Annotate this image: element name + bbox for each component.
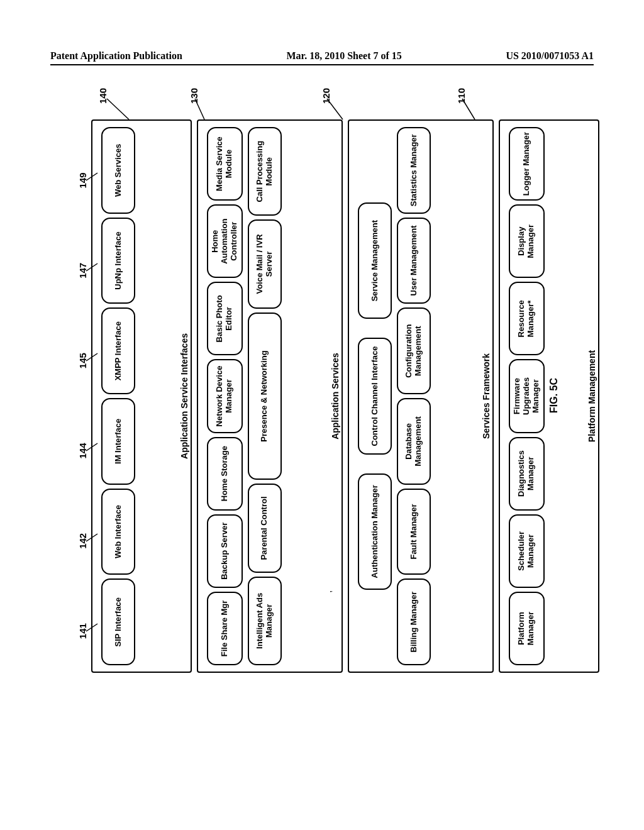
diagram-box: Display Manager [509,204,545,278]
diagram-box: SIP Interface [101,578,135,665]
svg-line-9 [86,174,97,181]
diagram-box: File Share Mgr [207,592,243,665]
layer-services-framework: Authentication ManagerControl Channel In… [348,119,494,673]
diagram-box: Firmware Upgrades Manager [509,359,545,433]
diagram-box: Logger Manager [509,127,545,201]
layer-app-services: File Share MgrBackup ServerHome StorageN… [197,119,343,673]
row: SIP InterfaceWeb InterfaceIM InterfaceXM… [101,127,135,665]
diagram-box: Fault Manager [397,489,431,575]
svg-line-6 [86,444,97,451]
leader-line [86,443,100,455]
diagram-box: Parental Control [248,484,282,572]
svg-line-1 [195,99,204,119]
layer-label: Services Framework [481,353,491,439]
diagram-box: Web Interface [101,489,135,575]
layer-label: Platform Management [587,350,597,442]
row: Platform ManagerScheduler ManagerDiagnos… [509,127,545,665]
header-rule [50,64,594,65]
diagram-box: Scheduler Manager [509,514,545,588]
diagram-box: Service Management [358,202,392,319]
diagram-box: Voice Mail / IVR Server [248,219,282,308]
diagram-box: Backup Server [207,514,243,588]
leader-line [86,172,100,185]
figure-caption: FIG. 5C [548,378,560,413]
figure-area: SIP InterfaceWeb InterfaceIM InterfaceXM… [47,163,601,629]
diagram-box: Statistics Manager [397,127,431,214]
diagram-box: Diagnostics Manager [509,437,545,511]
diagram-box: Basic Photo Editor [207,282,243,355]
diagram-box: Resource Manager* [509,282,545,355]
diagram-box: Network Device Manager [207,359,243,433]
diagram-box: Media Service Module [207,127,243,201]
row: File Share MgrBackup ServerHome StorageN… [207,127,243,665]
diagram-box: Authentication Manager [358,473,392,590]
diagram-box: User Management [397,218,431,304]
leader-line [86,533,100,545]
svg-line-2 [327,99,343,119]
diagram-box: Billing Manager [397,578,431,665]
layer-label: Application Services [330,353,340,440]
diagram-box: IM Interface [101,398,135,485]
leader-line [86,262,100,275]
header-left: Patent Application Publication [50,50,182,62]
leader-lines [91,85,557,123]
diagram-box: XMPP Interface [101,307,135,394]
diagram-box: Presence & Networking [248,313,282,480]
svg-line-3 [462,99,475,119]
diagram-box: Intelligent Ads Manager [248,577,282,665]
diagram-box: Configuration Management [397,307,431,394]
diagram-box: Home Automation Controller [207,204,243,278]
svg-line-7 [86,353,97,361]
layer-interfaces: SIP InterfaceWeb InterfaceIM InterfaceXM… [91,119,192,673]
row: Intelligent Ads ManagerParental ControlP… [248,127,282,665]
svg-line-8 [86,263,97,271]
leader-line [86,352,100,365]
stray-mark: ' [329,590,339,592]
header-center: Mar. 18, 2010 Sheet 7 of 15 [286,50,401,62]
diagram-box: Home Storage [207,437,243,511]
svg-line-0 [107,99,129,119]
page-header: Patent Application Publication Mar. 18, … [50,50,594,62]
row: Billing ManagerFault ManagerDatabase Man… [397,127,431,665]
row: Authentication ManagerControl Channel In… [358,127,392,665]
diagram-box: UpNp Interface [101,218,135,304]
diagram-box: Database Management [397,398,431,485]
diagram-box: Web Services [101,127,135,214]
diagram-box: Control Channel Interface [358,338,392,454]
layer-label: Application Service Interfaces [179,333,189,459]
diagram-canvas: SIP InterfaceWeb InterfaceIM InterfaceXM… [91,119,557,673]
diagram-box: Platform Manager [509,592,545,665]
diagram-box: Call Processing Module [248,127,282,216]
leader-line [86,622,100,635]
svg-line-5 [86,534,97,541]
svg-line-4 [86,624,97,631]
header-right: US 2010/0071053 A1 [506,50,594,62]
